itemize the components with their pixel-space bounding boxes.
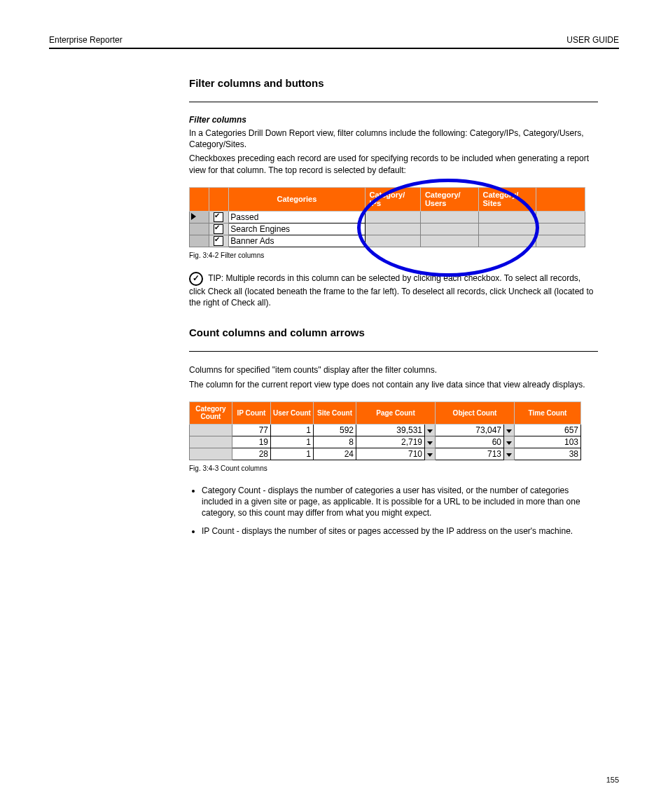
fig2-caption: Fig. 3:4-3 Count columns — [189, 465, 598, 472]
page-number: 155 — [606, 776, 619, 784]
section2-title: Count columns and column arrows — [189, 326, 598, 338]
section1-title: Filter columns and buttons — [189, 77, 598, 89]
bullet-list: Category Count - displays the number of … — [189, 485, 598, 537]
section2-para2: The column for the current report view t… — [189, 379, 598, 390]
row-checkbox[interactable] — [214, 212, 223, 222]
tip-icon: ✓ — [189, 272, 203, 286]
page-header: Enterprise Reporter USER GUIDE — [49, 35, 619, 49]
col-ips[interactable]: Category/ IPs — [365, 187, 420, 211]
col-user-count: User Count — [271, 401, 314, 424]
header-left: Enterprise Reporter — [49, 35, 123, 45]
table-row: 19 1 8 2,719 60 103 — [190, 436, 581, 448]
table-row[interactable]: Search Engines — [190, 223, 585, 235]
table-row: 77 1 592 39,531 73,047 657 — [190, 424, 581, 436]
cell-site: 592 — [314, 424, 356, 436]
row-name: Banner Ads — [229, 235, 365, 247]
table-row: 28 1 24 710 713 38 — [190, 448, 581, 460]
cell-object: 73,047 — [436, 424, 504, 436]
fig1-caption: Fig. 3:4-2 Filter columns — [189, 252, 598, 259]
col-time-count: Time Count — [515, 401, 581, 424]
dropdown-icon[interactable] — [506, 453, 512, 457]
cell-time: 657 — [515, 424, 581, 436]
row-checkbox[interactable] — [214, 224, 223, 234]
col-users[interactable]: Category/ Users — [420, 187, 478, 211]
tip-text: ✓ TIP: Multiple records in this column c… — [189, 272, 598, 308]
col-page-count: Page Count — [356, 401, 436, 424]
divider — [189, 351, 598, 352]
section1-para2: Checkboxes preceding each record are use… — [189, 153, 598, 175]
counts-table: Category Count IP Count User Count Site … — [189, 401, 581, 460]
dropdown-icon[interactable] — [506, 441, 512, 445]
table-row[interactable]: Banner Ads — [190, 235, 585, 247]
dropdown-icon[interactable] — [427, 441, 433, 445]
header-right: USER GUIDE — [566, 35, 619, 45]
col-site-count: Site Count — [314, 401, 356, 424]
section2-para1: Columns for specified "item counts" disp… — [189, 364, 598, 376]
cell-empty — [190, 424, 232, 436]
list-item: IP Count - displays the number of sites … — [202, 525, 598, 537]
row-name: Search Engines — [229, 223, 365, 235]
categories-table: Categories Category/ IPs Category/ Users… — [189, 187, 585, 247]
section1-subtitle: Filter columns — [189, 115, 598, 125]
col-ip-count: IP Count — [232, 401, 271, 424]
col-categories: Categories — [229, 187, 365, 211]
row-checkbox[interactable] — [214, 236, 223, 246]
table-row[interactable]: Passed — [190, 212, 585, 223]
list-item: Category Count - displays the number of … — [202, 485, 598, 519]
col-object-count: Object Count — [436, 401, 515, 424]
cell-user: 1 — [271, 424, 314, 436]
dropdown-icon[interactable] — [427, 453, 433, 457]
divider — [189, 102, 598, 102]
section1-para1: In a Categories Drill Down Report view, … — [189, 128, 598, 150]
col-category-count: Category Count — [190, 401, 232, 424]
cell-page: 39,531 — [356, 424, 425, 436]
categories-table-wrap: Categories Category/ IPs Category/ Users… — [189, 187, 598, 247]
dropdown-icon[interactable] — [427, 429, 433, 433]
cell-ip: 77 — [232, 424, 271, 436]
dropdown-icon[interactable] — [506, 429, 512, 433]
row-pointer-icon — [191, 213, 196, 220]
row-name: Passed — [229, 212, 365, 223]
col-sites[interactable]: Category/ Sites — [478, 187, 536, 211]
